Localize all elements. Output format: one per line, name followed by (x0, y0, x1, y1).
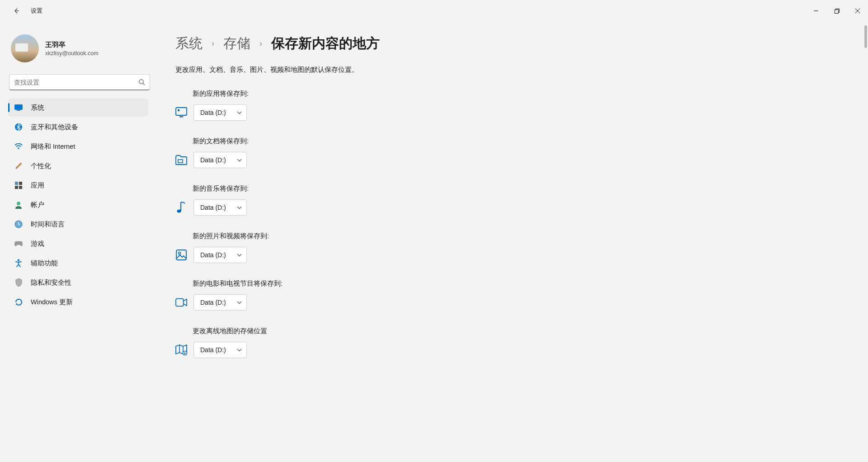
breadcrumb: 系统 › 存储 › 保存新内容的地方 (175, 34, 850, 53)
svg-rect-10 (15, 182, 18, 185)
bluetooth-icon (14, 123, 23, 131)
sidebar-item-privacy[interactable]: 隐私和安全性 (8, 273, 148, 292)
setting-music: 新的音乐将保存到: Data (D:) (175, 184, 850, 216)
sidebar-item-personalize[interactable]: 个性化 (8, 157, 148, 175)
svg-point-14 (17, 202, 20, 205)
sidebar-item-label: 应用 (31, 181, 44, 190)
window-title: 设置 (31, 7, 42, 15)
sidebar-item-apps[interactable]: 应用 (8, 176, 148, 194)
maximize-button[interactable] (826, 4, 847, 18)
window-controls (806, 4, 868, 18)
sidebar-item-label: 个性化 (31, 162, 51, 170)
avatar (11, 34, 39, 62)
sidebar-item-label: 帐户 (31, 201, 44, 209)
apps-icon (14, 181, 23, 189)
update-icon (14, 298, 23, 306)
music-location-dropdown[interactable]: Data (D:) (193, 199, 247, 216)
dropdown-value: Data (D:) (200, 204, 226, 211)
profile-email: xkzltsy@outlook.com (45, 50, 99, 57)
svg-rect-11 (19, 182, 22, 185)
chevron-down-icon (237, 206, 242, 209)
close-icon (855, 9, 860, 13)
setting-label: 更改离线地图的存储位置 (175, 327, 850, 335)
profile-block[interactable]: 王羽卒 xkzltsy@outlook.com (8, 30, 151, 72)
maximize-icon (835, 9, 840, 14)
sidebar-item-system[interactable]: 系统 (8, 99, 148, 117)
chevron-down-icon (237, 111, 242, 114)
setting-maps: 更改离线地图的存储位置 Data (D:) (175, 327, 850, 358)
svg-rect-17 (176, 108, 187, 115)
sidebar-item-update[interactable]: Windows 更新 (8, 293, 148, 311)
account-icon (14, 201, 23, 209)
gamepad-icon (14, 240, 23, 248)
apps-location-dropdown[interactable]: Data (D:) (193, 104, 247, 121)
image-icon (175, 250, 187, 260)
scrollbar-thumb[interactable] (864, 25, 867, 48)
page-title: 保存新内容的地方 (271, 34, 380, 53)
setting-apps: 新的应用将保存到: Data (D:) (175, 90, 850, 121)
search-box[interactable] (9, 74, 150, 90)
setting-label: 新的照片和视频将保存到: (175, 232, 850, 240)
back-button[interactable] (9, 4, 24, 18)
accessibility-icon (14, 259, 23, 267)
setting-documents: 新的文档将保存到: Data (D:) (175, 137, 850, 168)
search-input[interactable] (14, 79, 138, 86)
svg-rect-18 (178, 109, 179, 111)
folder-icon (175, 155, 187, 165)
dropdown-value: Data (D:) (200, 346, 226, 354)
sidebar-item-gaming[interactable]: 游戏 (8, 235, 148, 253)
video-icon (175, 298, 187, 307)
svg-line-5 (143, 83, 145, 85)
music-icon (175, 202, 187, 213)
main-content: 系统 › 存储 › 保存新内容的地方 更改应用、文档、音乐、图片、视频和地图的默… (154, 22, 868, 462)
breadcrumb-system[interactable]: 系统 (175, 34, 203, 53)
dropdown-value: Data (D:) (200, 109, 226, 116)
movies-location-dropdown[interactable]: Data (D:) (193, 294, 247, 311)
dropdown-value: Data (D:) (200, 156, 226, 164)
svg-point-16 (18, 259, 19, 261)
sidebar-item-bluetooth[interactable]: 蓝牙和其他设备 (8, 118, 148, 136)
clock-icon (14, 220, 23, 228)
svg-point-23 (179, 252, 181, 255)
svg-point-4 (139, 80, 143, 84)
sidebar-item-time[interactable]: 时间和语言 (8, 215, 148, 233)
chevron-down-icon (237, 349, 242, 352)
sidebar-item-label: 游戏 (31, 240, 44, 248)
svg-rect-20 (178, 160, 183, 163)
sidebar-item-label: 隐私和安全性 (31, 278, 71, 287)
dropdown-value: Data (D:) (200, 299, 226, 306)
svg-rect-6 (15, 105, 23, 110)
setting-movies: 新的电影和电视节目将保存到: Data (D:) (175, 279, 850, 311)
sidebar-item-network[interactable]: 网络和 Internet (8, 137, 148, 156)
sidebar-item-label: 时间和语言 (31, 220, 65, 229)
close-button[interactable] (847, 4, 868, 18)
sidebar-item-label: 网络和 Internet (31, 142, 75, 151)
sidebar-item-accessibility[interactable]: 辅助功能 (8, 254, 148, 272)
sidebar-item-label: 辅助功能 (31, 259, 58, 268)
photos-location-dropdown[interactable]: Data (D:) (193, 247, 247, 263)
chevron-down-icon (237, 159, 242, 162)
search-icon (138, 79, 145, 85)
titlebar: 设置 (0, 0, 868, 22)
svg-rect-13 (19, 186, 22, 189)
sidebar-item-account[interactable]: 帐户 (8, 196, 148, 214)
chevron-right-icon: › (259, 39, 262, 48)
setting-label: 新的电影和电视节目将保存到: (175, 279, 850, 288)
page-description: 更改应用、文档、音乐、图片、视频和地图的默认保存位置。 (175, 66, 850, 74)
sidebar-item-label: 蓝牙和其他设备 (31, 123, 78, 132)
system-icon (14, 104, 23, 112)
minimize-button[interactable] (806, 4, 826, 18)
minimize-icon (814, 9, 818, 13)
breadcrumb-storage[interactable]: 存储 (223, 34, 250, 53)
chevron-down-icon (237, 301, 242, 304)
maps-location-dropdown[interactable]: Data (D:) (193, 342, 247, 358)
sidebar: 王羽卒 xkzltsy@outlook.com 系统 蓝牙和其他设备 网络和 I… (0, 22, 154, 462)
setting-label: 新的应用将保存到: (175, 90, 850, 98)
sidebar-nav: 系统 蓝牙和其他设备 网络和 Internet 个性化 应用 帐户 (8, 99, 151, 311)
documents-location-dropdown[interactable]: Data (D:) (193, 152, 247, 168)
arrow-left-icon (13, 7, 20, 14)
wifi-icon (14, 142, 23, 151)
svg-rect-1 (835, 9, 838, 13)
shield-icon (14, 278, 23, 287)
svg-rect-7 (17, 110, 20, 111)
